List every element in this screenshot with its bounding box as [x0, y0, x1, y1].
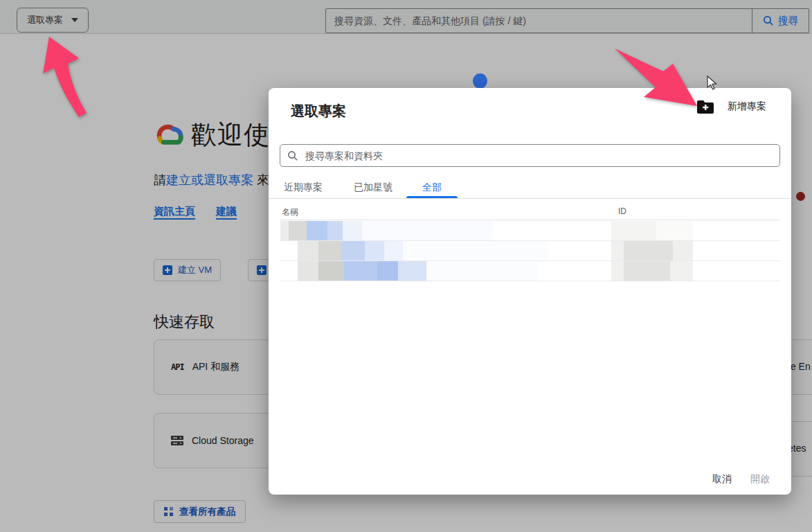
- new-project-label: 新增專案: [728, 100, 766, 113]
- screen: 選取專案 搜尋 歡迎使 請建立或: [0, 0, 812, 532]
- table-row-redacted-name[interactable]: [298, 261, 426, 281]
- cancel-button[interactable]: 取消: [712, 473, 732, 486]
- column-header-id: ID: [618, 206, 626, 216]
- new-project-button[interactable]: 新增專案: [697, 100, 766, 114]
- open-button-disabled[interactable]: 開啟: [750, 473, 770, 486]
- table-row-redacted-id[interactable]: [611, 261, 693, 281]
- dialog-title: 選取專案: [291, 102, 346, 121]
- row-divider: [280, 240, 780, 241]
- table-header-divider: [280, 220, 780, 220]
- table-row-redacted-name[interactable]: [298, 241, 403, 260]
- tab-all[interactable]: 全部: [422, 181, 442, 194]
- tab-starred[interactable]: 已加星號: [354, 181, 393, 194]
- table-row-redacted-id[interactable]: [611, 221, 693, 240]
- table-row-redacted-name[interactable]: [280, 221, 362, 240]
- table-row-redacted-name[interactable]: [403, 241, 548, 260]
- folder-plus-icon: [697, 100, 714, 114]
- dialog-search-box: [280, 144, 780, 167]
- table-row-redacted-id[interactable]: [611, 241, 693, 260]
- column-header-name: 名稱: [282, 206, 298, 218]
- table-row-redacted-name[interactable]: [362, 221, 494, 240]
- search-icon: [287, 150, 298, 161]
- blue-dot: [473, 73, 487, 89]
- row-divider: [280, 260, 780, 261]
- row-divider: [280, 281, 780, 281]
- table-row-redacted-name[interactable]: [426, 261, 537, 281]
- select-project-dialog: 選取專案 新增專案 近期專案 已加星號 全部 名稱 ID: [269, 88, 791, 495]
- dialog-search-input[interactable]: [304, 150, 773, 162]
- tabs-divider: [269, 198, 791, 199]
- tab-recent-projects[interactable]: 近期專案: [284, 181, 323, 194]
